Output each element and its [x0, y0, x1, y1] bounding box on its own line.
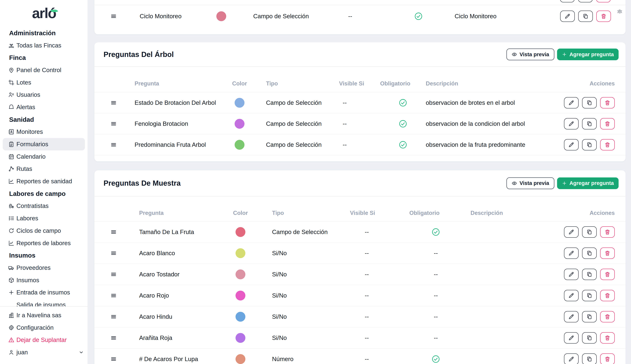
edit-button[interactable] — [560, 0, 574, 2]
duplicate-button[interactable] — [582, 139, 597, 150]
question-type: Si/No — [258, 292, 341, 299]
drag-handle-icon[interactable] — [110, 356, 117, 362]
edit-button[interactable] — [564, 248, 578, 259]
sidebar-item-calendario[interactable]: Calendario — [0, 150, 88, 163]
edit-button[interactable] — [564, 139, 578, 150]
column-header-color: Color — [222, 80, 257, 87]
color-dot — [236, 354, 246, 364]
sidebar-item-dejar-de-suplantar[interactable]: Dejar de Suplantar — [0, 334, 88, 346]
delete-button[interactable] — [596, 0, 611, 2]
delete-button[interactable] — [600, 311, 615, 322]
duplicate-button[interactable] — [582, 118, 597, 130]
sidebar-item-todas-las-fincas[interactable]: Todas las Fincas — [0, 39, 88, 52]
copy-icon — [586, 121, 592, 127]
color-dot — [236, 227, 246, 237]
edit-button[interactable] — [564, 311, 578, 322]
copy-icon — [586, 142, 592, 148]
delete-button[interactable] — [600, 269, 615, 280]
duplicate-button[interactable] — [582, 226, 597, 238]
delete-button[interactable] — [600, 139, 615, 150]
edit-button[interactable] — [564, 118, 578, 130]
duplicate-button[interactable] — [578, 10, 593, 22]
edit-button[interactable] — [564, 354, 578, 364]
sidebar-item-monitores[interactable]: Monitores — [0, 126, 88, 138]
section-title-finca: Finca — [0, 52, 88, 64]
duplicate-button[interactable] — [582, 332, 597, 344]
delete-button[interactable] — [600, 354, 615, 364]
sidebar-item-panel-de-control[interactable]: Panel de Control — [0, 64, 88, 76]
edit-button[interactable] — [560, 10, 575, 22]
duplicate-button[interactable] — [582, 248, 597, 259]
question-type: Campo de Selección — [257, 120, 339, 127]
delete-button[interactable] — [596, 10, 611, 22]
sidebar-item-rutas[interactable]: Rutas — [0, 163, 88, 175]
drag-handle-icon[interactable] — [110, 121, 117, 127]
drag-handle-icon[interactable] — [110, 250, 117, 256]
drag-handle-icon[interactable] — [110, 142, 117, 148]
sidebar-item-formularios[interactable]: Formularios — [3, 138, 85, 150]
edit-button[interactable] — [564, 97, 578, 108]
table-row: # De Acaros Por Lupa Número -- — [94, 349, 626, 364]
form-icon — [8, 141, 14, 147]
delete-button[interactable] — [600, 332, 615, 344]
trash-icon — [604, 229, 610, 235]
bug-icon[interactable] — [616, 8, 623, 14]
app-logo: arló — [0, 5, 88, 22]
delete-button[interactable] — [600, 226, 615, 238]
duplicate-button[interactable] — [582, 311, 597, 322]
duplicate-button[interactable] — [578, 0, 593, 2]
table-row: Acaro Hindu Si/No -- -- — [94, 306, 626, 328]
duplicate-button[interactable] — [582, 97, 597, 108]
delete-button[interactable] — [600, 118, 615, 130]
question-type: Si/No — [258, 271, 341, 278]
drag-handle-icon[interactable] — [110, 314, 117, 320]
sidebar-item-reportes-de-labores[interactable]: Reportes de labores — [0, 237, 88, 249]
add-question-button[interactable]: Agregar pregunta — [557, 48, 618, 60]
sidebar: arló Administración Todas las Fincas Fin… — [0, 0, 88, 364]
sidebar-item-ciclos-de-campo[interactable]: Ciclos de campo — [0, 224, 88, 237]
preview-button[interactable]: Vista previa — [506, 48, 554, 60]
sidebar-item-usuarios[interactable]: Usuarios — [0, 88, 88, 101]
sidebar-item-reportes-de-sanidad[interactable]: Reportes de sanidad — [0, 175, 88, 188]
sidebar-item-entrada-de-insumos[interactable]: Entrada de insumos — [0, 286, 88, 299]
obligatorio-value: -- — [401, 292, 470, 299]
sidebar-item-alertas[interactable]: Alertas — [0, 101, 88, 113]
sidebar-item-labores[interactable]: Labores — [0, 212, 88, 224]
table-row-partial — [94, 0, 626, 5]
column-header-descripcion: Descripción — [470, 210, 564, 216]
color-dot — [216, 11, 226, 21]
pencil-icon — [568, 314, 574, 320]
sidebar-item-proveedores[interactable]: Proveedores — [0, 262, 88, 274]
drag-handle-icon[interactable] — [110, 335, 117, 341]
delete-button[interactable] — [600, 248, 615, 259]
sidebar-item-contratistas[interactable]: Contratistas — [0, 200, 88, 212]
edit-button[interactable] — [564, 269, 578, 280]
sidebar-item-user-juan[interactable]: juan — [0, 346, 88, 358]
drag-handle-icon[interactable] — [110, 13, 117, 19]
edit-button[interactable] — [564, 290, 578, 301]
question-type: Si/No — [258, 313, 341, 320]
drag-handle-icon[interactable] — [110, 292, 117, 299]
sidebar-item-configuracion[interactable]: Configuración — [0, 322, 88, 334]
sidebar-item-salida-de-insumos[interactable]: Salida de insumos — [0, 299, 88, 306]
section-title-insumos: Insumos — [0, 249, 88, 262]
sidebar-item-lotes[interactable]: Lotes — [0, 76, 88, 89]
duplicate-button[interactable] — [582, 290, 597, 301]
preview-button[interactable]: Vista previa — [506, 178, 554, 189]
warning-icon — [8, 337, 14, 343]
duplicate-button[interactable] — [582, 269, 597, 280]
column-header-visible-si: Visible Si — [341, 210, 401, 216]
delete-button[interactable] — [600, 290, 615, 301]
delete-button[interactable] — [600, 97, 615, 108]
add-question-button[interactable]: Agregar pregunta — [557, 178, 618, 189]
sidebar-item-ir-a-navelina-sas[interactable]: Ir a Navelina sas — [0, 309, 88, 322]
question-type: Número — [258, 356, 341, 362]
drag-handle-icon[interactable] — [110, 229, 117, 235]
drag-handle-icon[interactable] — [110, 271, 117, 278]
duplicate-button[interactable] — [582, 354, 597, 364]
copy-icon — [586, 100, 592, 106]
drag-handle-icon[interactable] — [110, 100, 117, 106]
sidebar-item-insumos[interactable]: Insumos — [0, 274, 88, 286]
edit-button[interactable] — [564, 332, 578, 344]
edit-button[interactable] — [564, 226, 578, 238]
